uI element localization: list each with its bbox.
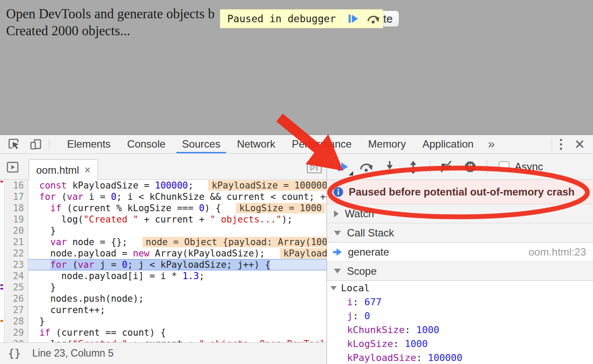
file-tab-oom-html[interactable]: oom.html × xyxy=(29,159,98,180)
frame-location[interactable]: oom.html:23 xyxy=(529,246,586,258)
show-navigator-icon[interactable] xyxy=(6,160,20,174)
resume-icon xyxy=(347,12,360,25)
deactivate-breakpoints-icon[interactable] xyxy=(440,160,454,174)
scope-group-local[interactable]: Local xyxy=(327,281,593,295)
code-line-current[interactable]: for (var j = 0; j < kPayloadSize; j++) { xyxy=(28,259,327,270)
scope-variable-kLogSize[interactable]: kLogSize: 1000 xyxy=(327,337,593,351)
code-line[interactable]: node.payload = new Array(kPayloadSize);k… xyxy=(28,248,327,259)
code-line[interactable]: current++; xyxy=(28,304,327,316)
async-checkbox[interactable] xyxy=(499,161,509,172)
device-toolbar-icon[interactable] xyxy=(29,137,43,151)
chevron-down-icon xyxy=(334,269,341,273)
pretty-print-icon[interactable]: {} xyxy=(0,347,32,360)
line-number[interactable]: 26 xyxy=(4,293,28,304)
tab-sources[interactable]: Sources xyxy=(174,135,229,153)
tab-console[interactable]: Console xyxy=(119,135,174,153)
tab-network[interactable]: Network xyxy=(229,135,283,153)
line-number[interactable]: 28 xyxy=(4,316,28,327)
code-line[interactable]: if (current % kLogSize === 0) {kLogSize … xyxy=(28,202,327,214)
code-line[interactable]: var node = {};node = Object {payload: Ar… xyxy=(28,236,327,248)
line-number[interactable]: 17 xyxy=(4,191,28,202)
code-line[interactable]: for (var i = 0; i < kChunkSize && curren… xyxy=(28,191,327,202)
tab-memory[interactable]: Memory xyxy=(360,135,414,153)
watch-section-header[interactable]: Watch xyxy=(327,204,593,223)
line-number[interactable]: 16 xyxy=(4,180,28,191)
scope-var-list: i: 677j: 0kChunkSize: 1000kLogSize: 1000… xyxy=(327,295,593,364)
scope-section-header[interactable]: Scope xyxy=(327,262,593,281)
code-line[interactable]: nodes.push(node); xyxy=(28,293,327,304)
page-text-line2: Created 2000 objects... xyxy=(6,22,215,39)
async-label: Async xyxy=(515,161,543,173)
more-menu-icon[interactable] xyxy=(552,139,570,150)
paused-overlay-label: Paused in debugger xyxy=(220,10,343,28)
toolbar-divider xyxy=(49,138,49,150)
watch-label: Watch xyxy=(345,208,374,220)
code-line[interactable]: log("Created " + current + " objects. Op… xyxy=(28,338,327,342)
line-number[interactable]: 23 xyxy=(4,259,28,270)
editor-tab-strip: oom.html × xyxy=(0,154,327,180)
more-tabs-chevron[interactable]: » xyxy=(482,137,501,151)
code-line[interactable]: } xyxy=(28,282,327,293)
preview-panel-icon[interactable] xyxy=(307,161,322,174)
step-into-icon[interactable] xyxy=(383,160,397,174)
line-number[interactable]: 29 xyxy=(4,327,28,338)
step-out-icon[interactable] xyxy=(406,160,420,174)
scope-label: Scope xyxy=(347,265,377,277)
line-number[interactable]: 25 xyxy=(4,282,28,293)
step-over-icon[interactable] xyxy=(359,160,373,174)
code-line[interactable]: node.payload[i] = i * 1.3; xyxy=(28,270,327,282)
toolbar-divider xyxy=(487,160,487,173)
code-line[interactable]: } xyxy=(28,225,327,236)
paused-in-debugger-overlay: Paused in debugger xyxy=(220,9,383,28)
line-number[interactable]: 18 xyxy=(4,202,28,214)
tab-elements[interactable]: Elements xyxy=(59,135,119,153)
call-stack-section-header[interactable]: Call Stack xyxy=(327,223,593,243)
inline-value-annotation: node = Object {payload: Array(100000)} xyxy=(142,237,327,247)
line-number[interactable]: 19 xyxy=(4,214,28,225)
code-line[interactable]: const kPayloadSize = 100000;kPayloadSize… xyxy=(28,180,327,191)
line-number[interactable]: 24 xyxy=(4,270,28,282)
devtools-main-tabbar: ElementsConsoleSourcesNetworkPerformance… xyxy=(0,135,593,154)
cursor-position-text: Line 23, Column 5 xyxy=(32,347,114,359)
inspect-element-icon[interactable] xyxy=(7,137,21,151)
resume-dropdown-icon xyxy=(349,171,353,175)
code-line[interactable]: if (current == count) { xyxy=(28,327,327,338)
code-line[interactable]: log("Created " + current + " objects..."… xyxy=(28,214,327,225)
scope-variable-kChunkSize[interactable]: kChunkSize: 1000 xyxy=(327,323,593,337)
debugger-toolbar: Async xyxy=(327,154,593,180)
chevron-right-icon xyxy=(334,210,339,217)
overlay-step-over-button[interactable] xyxy=(363,10,383,28)
chevron-down-icon xyxy=(330,286,337,290)
line-number[interactable]: 22 xyxy=(4,248,28,259)
web-page-area: Open DevTools and generate objects b Cre… xyxy=(0,0,593,135)
close-icon[interactable]: ✕ xyxy=(570,137,593,152)
line-number[interactable]: 21 xyxy=(4,236,28,248)
tab-application[interactable]: Application xyxy=(414,135,482,153)
editor-status-bar: {} Line 23, Column 5 xyxy=(0,342,327,364)
code-area[interactable]: const kPayloadSize = 100000;kPayloadSize… xyxy=(28,180,327,342)
code-editor[interactable]: 161718192021222324252627282930 const kPa… xyxy=(0,180,327,342)
devtools-window: ElementsConsoleSourcesNetworkPerformance… xyxy=(0,135,593,364)
line-number[interactable]: 27 xyxy=(4,304,28,316)
call-stack-frame[interactable]: generate oom.html:23 xyxy=(327,243,593,262)
line-number[interactable]: 20 xyxy=(4,225,28,236)
pause-on-exceptions-icon[interactable] xyxy=(463,160,477,174)
call-stack-label: Call Stack xyxy=(347,227,394,239)
step-over-icon xyxy=(367,12,380,25)
scope-variable-i[interactable]: i: 677 xyxy=(327,295,593,309)
code-line[interactable]: } xyxy=(28,316,327,327)
current-frame-arrow-icon xyxy=(332,246,344,258)
resume-script-button[interactable] xyxy=(336,160,350,174)
gutter[interactable]: 161718192021222324252627282930 xyxy=(4,180,28,342)
scope-variable-j[interactable]: j: 0 xyxy=(327,309,593,323)
tab-performance[interactable]: Performance xyxy=(283,135,360,153)
file-tab-close-icon[interactable]: × xyxy=(84,164,91,176)
page-text-line1: Open DevTools and generate objects b xyxy=(6,5,215,22)
inline-value-annotation: kPayloadSize = 100000 xyxy=(280,248,327,259)
overlay-resume-button[interactable] xyxy=(343,10,363,28)
line-number[interactable]: 30 xyxy=(4,338,28,342)
scope-group-label: Local xyxy=(341,283,370,293)
paused-reason-text: Paused before potential out-of-memory cr… xyxy=(349,186,575,198)
page-text: Open DevTools and generate objects b Cre… xyxy=(6,5,215,39)
scope-variable-kPayloadSize[interactable]: kPayloadSize: 100000 xyxy=(327,351,593,364)
